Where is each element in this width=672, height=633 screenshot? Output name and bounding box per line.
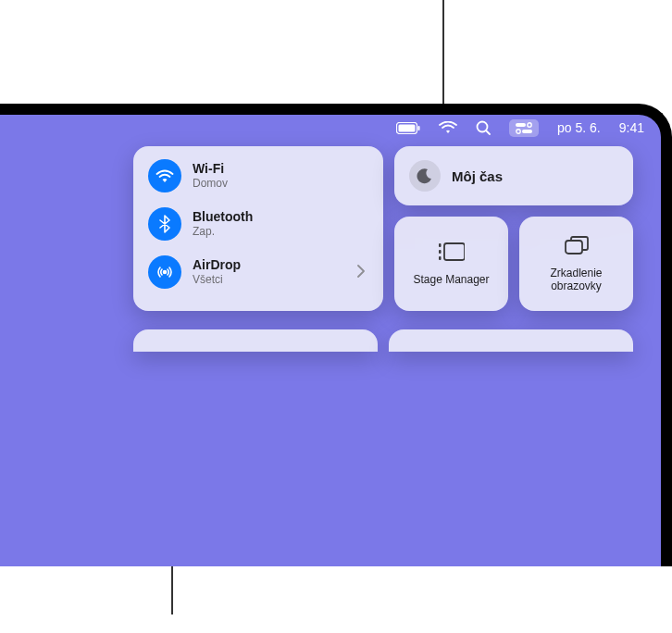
menubar: po 5. 6. 9:41 bbox=[0, 115, 661, 141]
svg-line-4 bbox=[486, 130, 490, 134]
truncated-panel-right bbox=[389, 329, 633, 352]
wifi-icon[interactable] bbox=[439, 121, 457, 134]
truncated-panels bbox=[133, 329, 633, 352]
stage-manager-tile[interactable]: Stage Manager bbox=[394, 217, 508, 311]
wifi-row[interactable]: Wi-Fi Domov bbox=[148, 159, 368, 192]
svg-point-6 bbox=[528, 122, 531, 126]
svg-point-9 bbox=[163, 270, 168, 275]
chevron-right-icon[interactable] bbox=[354, 265, 368, 280]
battery-icon[interactable] bbox=[396, 122, 420, 134]
svg-rect-12 bbox=[439, 256, 442, 260]
svg-rect-14 bbox=[566, 241, 582, 254]
mac-screen: po 5. 6. 9:41 Wi-Fi Domov Bluetooth bbox=[0, 104, 672, 566]
moon-icon bbox=[409, 160, 441, 192]
svg-rect-10 bbox=[439, 243, 442, 247]
airdrop-toggle-icon[interactable] bbox=[148, 255, 181, 289]
wifi-title: Wi-Fi bbox=[193, 161, 368, 177]
focus-tile[interactable]: Môj čas bbox=[394, 146, 633, 205]
bluetooth-toggle-icon[interactable] bbox=[148, 207, 181, 241]
airdrop-title: AirDrop bbox=[193, 257, 342, 273]
bluetooth-row[interactable]: Bluetooth Zap. bbox=[148, 207, 368, 241]
screen-mirroring-label: Zrkadlenie obrazovky bbox=[527, 267, 626, 293]
truncated-panel-left bbox=[133, 329, 378, 352]
control-center-icon[interactable] bbox=[509, 119, 539, 137]
bluetooth-title: Bluetooth bbox=[193, 209, 368, 225]
svg-rect-1 bbox=[399, 124, 416, 131]
wifi-subtitle: Domov bbox=[193, 177, 368, 190]
screen-mirroring-tile[interactable]: Zrkadlenie obrazovky bbox=[519, 217, 633, 311]
svg-point-8 bbox=[516, 129, 520, 132]
svg-rect-2 bbox=[418, 126, 420, 130]
callout-line-top bbox=[442, 0, 444, 104]
svg-rect-13 bbox=[444, 243, 465, 260]
wifi-toggle-icon[interactable] bbox=[148, 159, 181, 192]
menubar-date[interactable]: po 5. 6. bbox=[557, 120, 601, 135]
stage-manager-label: Stage Manager bbox=[413, 273, 489, 286]
menubar-time[interactable]: 9:41 bbox=[619, 120, 644, 135]
bluetooth-subtitle: Zap. bbox=[193, 225, 368, 238]
airdrop-subtitle: Všetci bbox=[193, 273, 342, 286]
focus-label: Môj čas bbox=[452, 168, 503, 184]
spotlight-icon[interactable] bbox=[476, 120, 491, 135]
svg-rect-7 bbox=[522, 130, 532, 133]
connectivity-panel: Wi-Fi Domov Bluetooth Zap. AirDrop bbox=[133, 146, 383, 311]
control-center: Wi-Fi Domov Bluetooth Zap. AirDrop bbox=[133, 146, 633, 311]
svg-rect-5 bbox=[516, 123, 526, 127]
screen-mirroring-icon bbox=[564, 235, 590, 259]
airdrop-row[interactable]: AirDrop Všetci bbox=[148, 255, 368, 289]
stage-manager-icon bbox=[439, 242, 465, 266]
svg-rect-11 bbox=[439, 250, 442, 254]
